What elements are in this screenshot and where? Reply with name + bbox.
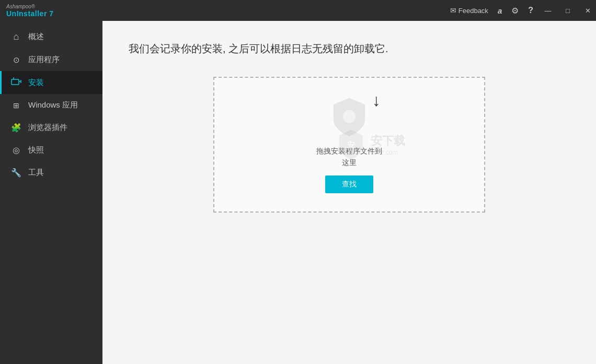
shield-icon-container: ↓ <box>328 96 370 138</box>
feedback-label: Feedback <box>459 7 488 15</box>
sidebar-item-overview[interactable]: ⌂ 概述 <box>0 25 102 49</box>
apps-icon: ⊙ <box>10 55 22 65</box>
app-title: UnInstaller 7 <box>6 9 54 18</box>
sidebar-item-apps[interactable]: ⊙ 应用程序 <box>0 49 102 71</box>
sidebar-label-snapshot: 快照 <box>28 145 44 155</box>
svg-rect-0 <box>12 79 19 85</box>
tools-icon: 🔧 <box>10 168 22 178</box>
sidebar-label-overview: 概述 <box>28 32 44 42</box>
svg-point-5 <box>343 110 356 123</box>
home-icon: ⌂ <box>10 31 22 42</box>
sidebar-item-install[interactable]: 安装 <box>0 71 102 94</box>
sidebar: ⌂ 概述 ⊙ 应用程序 安装 ⊞ Windows 应用 <box>0 21 102 364</box>
help-icon: ? <box>528 6 533 15</box>
titlebar-left: Ashampoo® UnInstaller 7 <box>6 4 54 18</box>
sidebar-item-tools[interactable]: 🔧 工具 <box>0 161 102 184</box>
sidebar-label-tools: 工具 <box>28 168 44 178</box>
app-brand: Ashampoo® <box>6 4 54 9</box>
sidebar-label-install: 安装 <box>28 78 44 88</box>
minimize-icon: — <box>545 7 552 15</box>
sidebar-item-snapshot[interactable]: ◎ 快照 <box>0 139 102 161</box>
page-heading: 我们会记录你的安装, 之后可以根据日志无残留的卸载它. <box>129 42 570 56</box>
windows-icon: ⊞ <box>10 101 22 110</box>
close-icon: ✕ <box>585 7 591 15</box>
minimize-button[interactable]: — <box>540 0 556 21</box>
drop-text-line1: 拖拽安装程序文件到 <box>316 145 382 157</box>
browse-button[interactable]: 查找 <box>325 175 373 193</box>
sidebar-label-browser-plugins: 浏览器插件 <box>28 123 67 133</box>
drop-zone[interactable]: 安 安下载 anxz.com ↓ 拖拽安装程序文件 <box>213 77 485 213</box>
feedback-button[interactable]: ✉ Feedback <box>447 6 491 15</box>
arrow-down-icon: ↓ <box>372 91 381 110</box>
ashampoo-icon: a <box>498 6 502 15</box>
settings-button[interactable]: ⚙ <box>508 6 522 16</box>
sidebar-item-browser-plugins[interactable]: 🧩 浏览器插件 <box>0 116 102 139</box>
install-icon <box>10 77 22 88</box>
drop-text-line2: 这里 <box>316 157 382 168</box>
gear-icon: ⚙ <box>511 6 519 16</box>
maximize-icon: □ <box>566 7 570 15</box>
drop-zone-text: 拖拽安装程序文件到 这里 <box>316 145 382 169</box>
close-button[interactable]: ✕ <box>579 0 596 21</box>
titlebar-right: ✉ Feedback a ⚙ ? — □ ✕ <box>447 0 596 21</box>
sidebar-label-apps: 应用程序 <box>28 55 60 65</box>
sidebar-item-windows-apps[interactable]: ⊞ Windows 应用 <box>0 94 102 116</box>
drop-icon-area: ↓ <box>328 96 370 138</box>
email-icon: ✉ <box>450 6 456 15</box>
content-area: 我们会记录你的安装, 之后可以根据日志无残留的卸载它. 安 安下载 anxz.c… <box>102 21 596 364</box>
plugin-icon: 🧩 <box>10 123 22 133</box>
maximize-button[interactable]: □ <box>559 0 576 21</box>
ashampoo-link[interactable]: a <box>495 6 505 15</box>
shield-icon <box>328 96 370 138</box>
snapshot-icon: ◎ <box>10 145 22 155</box>
help-button[interactable]: ? <box>525 6 536 15</box>
main-layout: ⌂ 概述 ⊙ 应用程序 安装 ⊞ Windows 应用 <box>0 21 596 364</box>
sidebar-label-windows-apps: Windows 应用 <box>28 100 78 110</box>
titlebar: Ashampoo® UnInstaller 7 ✉ Feedback a ⚙ ?… <box>0 0 596 21</box>
